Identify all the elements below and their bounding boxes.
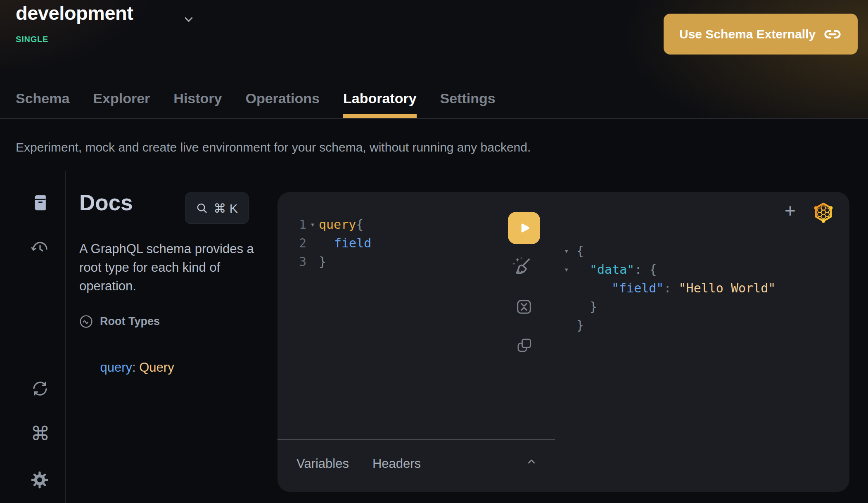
tab-settings[interactable]: Settings	[440, 90, 496, 118]
settings-gear-icon[interactable]	[30, 470, 50, 490]
response-viewer: ▾ { ▾ "data" : { "field" : "Hello World"…	[564, 242, 776, 335]
json-token-key: "data"	[576, 260, 634, 279]
root-type-name: query	[100, 360, 132, 375]
code-token-brace: }	[319, 252, 326, 271]
editor-footer-tabs: Variables Headers	[296, 456, 421, 471]
prettify-query-icon[interactable]	[510, 255, 533, 278]
link-icon	[823, 25, 842, 44]
json-token-colon: :	[634, 260, 642, 279]
docs-panel-title: Docs	[79, 190, 133, 215]
execute-query-button[interactable]	[508, 212, 540, 244]
root-types-heading-row: Root Types	[79, 315, 160, 328]
command-glyph: ⌘	[31, 422, 50, 445]
use-schema-externally-label: Use Schema Externally	[679, 27, 816, 41]
collapse-footer-chevron-up-icon[interactable]	[525, 456, 538, 468]
docs-search-button[interactable]: ⌘ K	[185, 192, 249, 224]
json-token-string-value: "Hello World"	[671, 279, 776, 297]
use-schema-externally-button[interactable]: Use Schema Externally	[664, 14, 858, 55]
tab-explorer[interactable]: Explorer	[93, 90, 150, 118]
workspace-title: development	[16, 2, 133, 24]
refresh-schema-icon[interactable]	[31, 379, 50, 398]
main-nav: Schema Explorer History Operations Labor…	[16, 90, 496, 118]
play-icon	[516, 220, 532, 236]
query-editor-line: 1 ▾ query {	[296, 215, 371, 234]
response-line: }	[564, 297, 776, 316]
sidebar-divider	[65, 171, 66, 503]
page-subtitle: Experiment, mock and create live environ…	[16, 140, 531, 154]
add-tab-button[interactable]: +	[785, 201, 796, 220]
editor-footer-divider	[277, 439, 555, 440]
json-token-brace: }	[576, 316, 584, 335]
line-number: 3	[296, 252, 306, 271]
copy-query-icon[interactable]	[515, 337, 534, 355]
code-token-brace: {	[356, 215, 363, 234]
response-line: }	[564, 316, 776, 335]
json-token-colon: :	[664, 279, 671, 297]
merge-fragments-icon[interactable]	[515, 297, 534, 316]
response-line: "field" : "Hello World"	[564, 279, 776, 297]
fold-arrow-icon[interactable]: ▾	[306, 215, 319, 234]
fold-arrow-icon[interactable]: ▾	[564, 247, 569, 255]
workspace-switcher-chevron-down-icon[interactable]	[182, 12, 196, 28]
response-line: ▾ {	[564, 242, 776, 260]
tab-schema[interactable]: Schema	[16, 90, 69, 118]
tab-operations[interactable]: Operations	[246, 90, 320, 118]
tab-laboratory[interactable]: Laboratory	[343, 90, 417, 118]
root-types-icon	[79, 315, 93, 328]
tab-variables[interactable]: Variables	[296, 456, 349, 471]
query-editor-line: 2 field	[296, 234, 371, 252]
code-token-field: field	[319, 234, 371, 252]
line-number: 1	[296, 215, 306, 234]
json-token-brace: {	[576, 242, 584, 260]
query-editor-line: 3 }	[296, 252, 371, 271]
fold-arrow-icon[interactable]: ▾	[564, 266, 569, 273]
laboratory-page: development SINGLE Use Schema Externally…	[0, 0, 868, 503]
graphiql-panel: 1 ▾ query { 2 field 3 }	[277, 192, 849, 492]
search-shortcut-label: ⌘ K	[213, 201, 237, 216]
docs-description: A GraphQL schema provides a root type fo…	[79, 240, 257, 295]
response-line: ▾ "data" : {	[564, 260, 776, 279]
json-token-brace: {	[642, 260, 657, 279]
docs-book-icon[interactable]	[31, 193, 50, 212]
json-token-brace: }	[576, 297, 597, 316]
keyboard-shortcuts-icon[interactable]: ⌘	[31, 424, 50, 443]
root-type-query-link[interactable]: query: Query	[86, 345, 174, 390]
root-type-type-link[interactable]: Query	[139, 360, 174, 375]
tab-headers[interactable]: Headers	[372, 456, 421, 471]
json-token-key: "field"	[576, 279, 664, 297]
code-token-keyword: query	[319, 215, 356, 234]
root-types-heading: Root Types	[100, 315, 160, 328]
line-number: 2	[296, 234, 306, 252]
search-icon	[196, 202, 208, 214]
environment-badge: SINGLE	[16, 35, 48, 44]
root-type-separator: :	[132, 360, 139, 375]
query-editor[interactable]: 1 ▾ query { 2 field 3 }	[296, 215, 371, 271]
graphql-hive-logo-icon[interactable]	[813, 201, 834, 223]
history-icon[interactable]	[31, 240, 50, 259]
page-header: development SINGLE Use Schema Externally…	[0, 0, 868, 119]
tab-history[interactable]: History	[173, 90, 222, 118]
